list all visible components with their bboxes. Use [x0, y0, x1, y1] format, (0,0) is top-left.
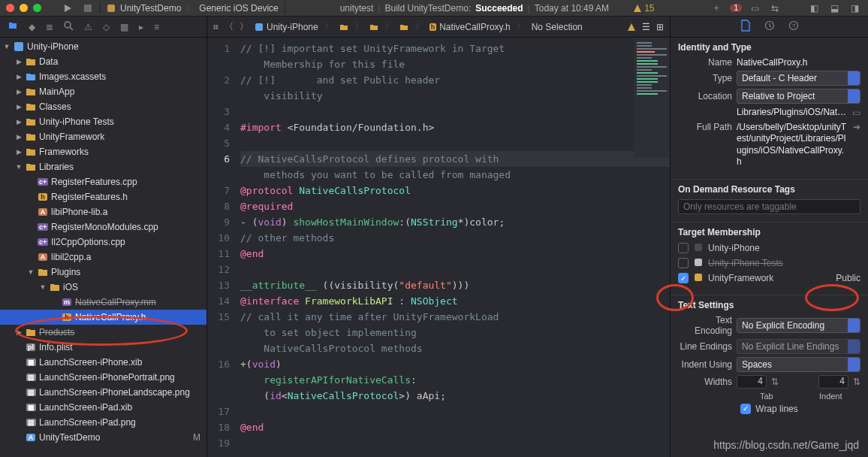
jumpbar-selection[interactable]: No Selection [532, 22, 583, 32]
tree-item[interactable]: Alibil2cpp.a [0, 250, 206, 265]
tree-item[interactable]: ▼Unity-iPhone [0, 39, 206, 54]
zoom-window-button[interactable] [33, 4, 41, 12]
errors-badge[interactable]: 1 [730, 4, 742, 12]
tree-item[interactable]: ▼iOS [0, 280, 206, 295]
tree-item[interactable]: ▦LaunchScreen-iPhone.xib [0, 355, 206, 370]
find-navigator-tab[interactable] [64, 21, 74, 33]
tree-item[interactable]: AlibiPhone-lib.a [0, 204, 206, 219]
tree-item[interactable]: ▶Images.xcassets [0, 69, 206, 84]
watermark: https://blog.csdn.net/Game_jqd [713, 439, 859, 451]
target-membership-row[interactable]: ✓UnityFrameworkPublic [678, 272, 860, 285]
wrap-lines-checkbox[interactable]: ✓ [740, 404, 751, 414]
svg-rect-14 [695, 274, 702, 281]
tree-item[interactable]: ▼Libraries [0, 159, 206, 174]
project-navigator-tab[interactable] [8, 20, 18, 33]
tree-item[interactable]: c+RegisterMonoModules.cpp [0, 219, 206, 235]
tree-item[interactable]: ▧LaunchScreen-iPhoneLandscape.png [0, 385, 206, 400]
scheme-selector[interactable]: UnityTestDemo 〉 Generic iOS Device [100, 2, 285, 14]
svg-marker-0 [65, 5, 71, 12]
tree-item[interactable]: c+Il2CppOptions.cpp [0, 235, 206, 250]
code-area[interactable]: // [!] important set UnityFramework in T… [237, 38, 670, 457]
project-navigator-tree[interactable]: ▼Unity-iPhone▶Data▶Images.xcassets▶MainA… [0, 38, 206, 457]
tree-item[interactable]: ▶Products [0, 325, 206, 340]
tree-item[interactable]: ▶Data [0, 54, 206, 69]
tree-item[interactable]: ▶MainApp [0, 84, 206, 99]
tree-item[interactable]: plInfo.plist [0, 340, 206, 355]
svg-text:?: ? [791, 23, 795, 29]
tree-item[interactable]: ▦LaunchScreen-iPad.xib [0, 400, 206, 415]
file-location-select[interactable]: Relative to Project [737, 89, 860, 104]
quick-help-inspector-tab[interactable]: ? [788, 20, 799, 33]
tree-item[interactable]: hNativeCallProxy.h [0, 310, 206, 325]
tree-item[interactable]: AUnityTestDemoM [0, 430, 206, 445]
choose-location-icon[interactable]: ▭ [852, 107, 860, 118]
toggle-right-panel[interactable]: ◨ [848, 3, 862, 14]
toggle-bottom-panel[interactable]: ⬓ [827, 3, 842, 14]
file-inspector-tab[interactable] [740, 20, 751, 34]
close-window-button[interactable] [6, 4, 14, 12]
target-checkbox[interactable]: ✓ [678, 273, 689, 283]
breakpoint-navigator-tab[interactable]: ▸ [139, 22, 143, 32]
target-icon [693, 257, 704, 270]
reveal-in-finder-icon[interactable]: ➔ [853, 122, 860, 132]
add-editor-button[interactable]: ⊞ [656, 22, 664, 32]
text-encoding-select[interactable]: No Explicit Encoding [737, 318, 860, 333]
adjust-editor-button[interactable]: ☰ [642, 22, 650, 32]
library-button[interactable]: ▭ [748, 3, 762, 14]
target-checkbox[interactable] [678, 243, 689, 253]
tree-item[interactable]: mNativeCallProxy.mm [0, 295, 206, 310]
report-navigator-tab[interactable]: ≡ [154, 22, 159, 32]
tree-item[interactable]: c+RegisterFeatures.cpp [0, 174, 206, 189]
svg-point-4 [65, 22, 71, 28]
tree-item[interactable]: ▶Frameworks [0, 144, 206, 159]
line-endings-select[interactable]: No Explicit Line Endings [737, 339, 860, 354]
svg-rect-12 [695, 244, 702, 251]
jumpbar-file[interactable]: NativeCallProxy.h [439, 22, 510, 32]
debug-navigator-tab[interactable]: ▦ [120, 22, 128, 32]
run-button[interactable] [59, 3, 76, 14]
minimap[interactable] [634, 38, 670, 158]
test-navigator-tab[interactable]: ◇ [103, 22, 110, 32]
file-full-path: /Users/belly/Desktop/unityTest/unityProj… [737, 122, 848, 168]
tree-item[interactable]: ▧LaunchScreen-iPhonePortrait.png [0, 370, 206, 385]
odr-tags-field: Only resources are taggable [678, 199, 860, 214]
odr-section: On Demand Resource Tags Only resources a… [671, 180, 868, 222]
svg-rect-6 [14, 42, 23, 51]
source-control-navigator-tab[interactable]: ◆ [29, 22, 35, 32]
symbol-navigator-tab[interactable]: ≣ [46, 22, 53, 32]
jump-bar[interactable]: ⌗ 〈 〉 Unity-iPhone 〉 〉 〉 〉 hNativeCallPr… [207, 17, 670, 38]
tree-item[interactable]: ▶Unity-iPhone Tests [0, 114, 206, 129]
file-type-select[interactable]: Default - C Header [737, 71, 860, 86]
tree-item[interactable]: ▶Classes [0, 99, 206, 114]
indent-width-field[interactable]: 4 [818, 375, 848, 389]
warnings-badge[interactable]: 15 [633, 3, 654, 14]
editor-pane: ⌗ 〈 〉 Unity-iPhone 〉 〉 〉 〉 hNativeCallPr… [207, 17, 670, 457]
jumpbar-project[interactable]: Unity-iPhone [267, 22, 318, 32]
stop-button[interactable] [80, 4, 95, 13]
target-visibility[interactable]: Public [836, 273, 860, 283]
target-membership-row[interactable]: Unity-iPhone [678, 242, 860, 255]
svg-marker-8 [628, 23, 635, 31]
tree-item[interactable]: ▼Plugins [0, 265, 206, 280]
scheme-device-label: Generic iOS Device [199, 3, 278, 14]
back-button[interactable]: 〈 [225, 20, 234, 33]
toggle-left-panel[interactable]: ◧ [807, 3, 821, 14]
code-review-button[interactable]: ⇆ [768, 3, 782, 14]
forward-button[interactable]: 〉 [240, 20, 249, 33]
editor-warnings-icon[interactable] [627, 23, 636, 32]
tab-width-field[interactable]: 4 [737, 375, 767, 389]
minimize-window-button[interactable] [20, 4, 28, 12]
target-checkbox[interactable] [678, 258, 689, 268]
target-membership-row[interactable]: Unity-iPhone Tests [678, 257, 860, 270]
tree-item[interactable]: ▧LaunchScreen-iPad.png [0, 415, 206, 430]
related-items-icon[interactable]: ⌗ [213, 22, 219, 32]
source-editor[interactable]: 12345678910111213141516171819 // [!] imp… [207, 38, 670, 457]
indent-using-select[interactable]: Spaces [737, 357, 860, 372]
tree-item[interactable]: ▶UnityFramework [0, 129, 206, 144]
history-inspector-tab[interactable] [764, 20, 775, 33]
issue-navigator-tab[interactable]: ⚠ [84, 22, 92, 32]
file-location-path: Libraries/Plugins/iOS/NativeCallProxy.h [737, 107, 848, 119]
tree-item[interactable]: hRegisterFeatures.h [0, 189, 206, 204]
add-button[interactable]: ＋ [709, 2, 724, 14]
inspector-tabs: ? [671, 17, 868, 38]
